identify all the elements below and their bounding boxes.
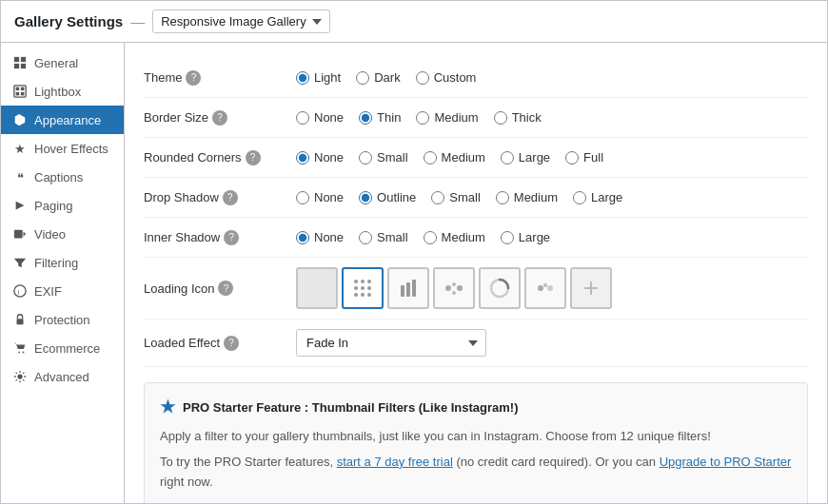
setting-row-loading-icon: Loading Icon ? <box>144 258 808 320</box>
loading-icon-bars[interactable] <box>387 267 429 309</box>
pro-feature-description2: To try the PRO Starter features, start a… <box>160 453 792 493</box>
shadow-option-small[interactable]: Small <box>431 190 481 204</box>
loading-icon-scatter[interactable] <box>433 267 475 309</box>
loading-icon-spinner[interactable] <box>479 267 521 309</box>
shadow-option-outline[interactable]: Outline <box>359 190 416 204</box>
body: General Lightbox Appearance ★ Hover Effe… <box>1 43 827 503</box>
border-size-help-icon[interactable]: ? <box>212 110 227 126</box>
drop-shadow-help-icon[interactable]: ? <box>223 190 238 205</box>
theme-option-light[interactable]: Light <box>296 70 341 85</box>
svg-rect-7 <box>16 92 20 96</box>
loaded-effect-select[interactable]: Fade In Slide Up Zoom In None <box>296 329 486 357</box>
sidebar-item-exif[interactable]: i EXIF <box>1 277 124 305</box>
gallery-select[interactable]: Responsive Image Gallery Portfolio Galle… <box>152 10 330 33</box>
rounded-option-large[interactable]: Large <box>501 150 550 165</box>
sidebar-item-advanced[interactable]: Advanced <box>1 362 124 391</box>
svg-rect-3 <box>21 64 26 68</box>
border-option-thick[interactable]: Thick <box>494 110 542 125</box>
inner-option-medium[interactable]: Medium <box>424 230 485 244</box>
sidebar-item-video[interactable]: Video <box>1 220 124 248</box>
video-icon <box>12 226 28 242</box>
svg-point-35 <box>538 285 543 291</box>
pro-trial-link[interactable]: start a 7 day free trial <box>337 455 453 469</box>
sidebar-item-paging[interactable]: Paging <box>1 191 124 220</box>
svg-point-20 <box>367 280 371 283</box>
rounded-option-small[interactable]: Small <box>359 150 408 165</box>
sidebar-item-lightbox[interactable]: Lightbox <box>1 77 124 106</box>
loading-icons-group <box>296 267 612 309</box>
border-option-medium[interactable]: Medium <box>416 110 478 125</box>
loading-icon-dots[interactable] <box>342 267 384 309</box>
border-size-radio-group: None Thin Medium Thick <box>296 110 542 125</box>
sidebar-item-protection[interactable]: Protection <box>1 305 124 334</box>
svg-rect-0 <box>14 57 19 62</box>
svg-point-24 <box>354 293 358 297</box>
drop-shadow-label: Drop Shadow ? <box>144 190 296 205</box>
rounded-corners-radio-group: None Small Medium Large Full <box>296 150 603 165</box>
paging-icon <box>12 198 28 213</box>
main-content: Theme ? Light Dark Custom <box>125 43 827 503</box>
loading-icon-minimal[interactable] <box>570 267 612 309</box>
loaded-effect-help-icon[interactable]: ? <box>224 336 239 351</box>
lightbox-icon <box>12 84 28 99</box>
ecommerce-icon <box>12 340 28 356</box>
svg-rect-1 <box>21 57 26 62</box>
sidebar-item-general[interactable]: General <box>1 48 124 77</box>
setting-row-inner-shadow: Inner Shadow ? None Small Medium Large <box>144 218 808 258</box>
svg-point-30 <box>445 285 451 291</box>
svg-point-36 <box>547 285 553 291</box>
svg-rect-2 <box>14 64 19 68</box>
svg-point-23 <box>367 286 371 290</box>
captions-icon: ❝ <box>12 169 28 184</box>
sidebar-item-ecommerce[interactable]: Ecommerce <box>1 334 124 362</box>
filtering-icon <box>12 255 28 270</box>
border-option-none[interactable]: None <box>296 110 344 125</box>
svg-point-15 <box>18 352 20 354</box>
loading-icon-help-icon[interactable]: ? <box>218 281 233 296</box>
protection-icon <box>12 312 28 327</box>
loading-icon-plain[interactable] <box>296 267 338 309</box>
theme-help-icon[interactable]: ? <box>186 70 201 86</box>
pro-feature-title: ★ PRO Starter Feature : Thumbnail Filter… <box>160 397 792 417</box>
sidebar-label-protection: Protection <box>34 313 90 327</box>
header-dash: — <box>130 13 145 29</box>
sidebar-item-captions[interactable]: ❝ Captions <box>1 163 124 191</box>
inner-shadow-radio-group: None Small Medium Large <box>296 230 550 244</box>
inner-option-small[interactable]: Small <box>359 230 408 244</box>
rounded-corners-label: Rounded Corners ? <box>144 150 296 165</box>
sidebar-label-appearance: Appearance <box>34 113 101 127</box>
hover-effects-icon: ★ <box>12 141 28 156</box>
border-option-thin[interactable]: Thin <box>359 110 401 125</box>
pro-feature-box: ★ PRO Starter Feature : Thumbnail Filter… <box>144 382 808 503</box>
sidebar-item-filtering[interactable]: Filtering <box>1 248 124 277</box>
theme-label: Theme ? <box>144 70 296 86</box>
sidebar-item-appearance[interactable]: Appearance <box>1 106 124 134</box>
rounded-corners-help-icon[interactable]: ? <box>246 150 261 165</box>
rounded-option-medium[interactable]: Medium <box>424 150 485 165</box>
shadow-option-medium[interactable]: Medium <box>496 190 558 204</box>
header-title: Gallery Settings <box>14 13 123 29</box>
inner-option-large[interactable]: Large <box>501 230 550 244</box>
svg-marker-11 <box>24 231 27 236</box>
shadow-option-large[interactable]: Large <box>573 190 622 204</box>
sidebar-label-ecommerce: Ecommerce <box>34 341 100 356</box>
appearance-icon <box>12 112 28 127</box>
loading-icon-label: Loading Icon ? <box>144 281 296 296</box>
setting-row-theme: Theme ? Light Dark Custom <box>144 58 808 98</box>
svg-point-19 <box>361 280 365 283</box>
theme-option-custom[interactable]: Custom <box>416 70 477 85</box>
setting-row-border-size: Border Size ? None Thin Medium Thick <box>144 98 808 138</box>
inner-shadow-help-icon[interactable]: ? <box>224 230 239 245</box>
theme-option-dark[interactable]: Dark <box>356 70 400 85</box>
svg-point-26 <box>367 293 371 297</box>
pro-upgrade-link[interactable]: Upgrade to PRO Starter <box>660 455 792 469</box>
inner-option-none[interactable]: None <box>296 230 344 244</box>
loading-icon-two-dots[interactable] <box>524 267 566 309</box>
svg-point-37 <box>543 283 547 287</box>
sidebar-item-hover-effects[interactable]: ★ Hover Effects <box>1 134 124 163</box>
rounded-option-full[interactable]: Full <box>565 150 603 165</box>
rounded-option-none[interactable]: None <box>296 150 344 165</box>
svg-point-17 <box>17 374 22 378</box>
shadow-option-none[interactable]: None <box>296 190 344 204</box>
exif-icon: i <box>12 283 28 299</box>
